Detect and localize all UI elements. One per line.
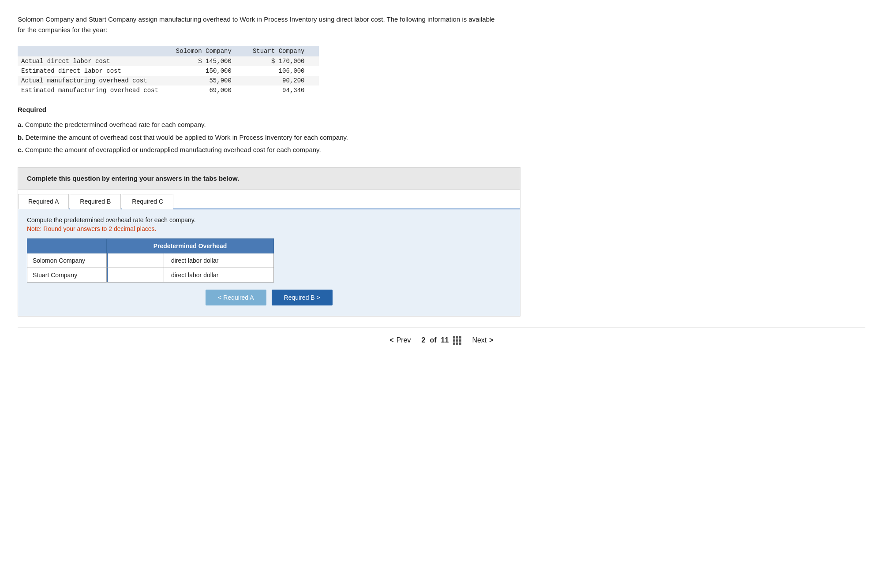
table-stuart-value: 90,200 bbox=[246, 76, 319, 86]
table-stuart-value: 106,000 bbox=[246, 66, 319, 76]
page-current: 2 bbox=[422, 336, 426, 344]
page-indicator: 2 of 11 bbox=[422, 336, 462, 345]
answer-company-name: Stuart Company bbox=[27, 268, 107, 282]
data-table-wrapper: Solomon Company Stuart Company Actual di… bbox=[18, 46, 865, 95]
questions-list: a. Compute the predetermined overhead ra… bbox=[18, 119, 865, 156]
question-a: a. Compute the predetermined overhead ra… bbox=[18, 119, 865, 131]
empty-header bbox=[18, 46, 169, 56]
intro-paragraph: Solomon Company and Stuart Company assig… bbox=[18, 14, 503, 35]
answer-input-0[interactable] bbox=[107, 253, 164, 268]
nav-buttons: < Required A Required B > bbox=[27, 290, 511, 307]
grid-icon[interactable] bbox=[453, 336, 461, 345]
prev-chevron-icon: < bbox=[389, 336, 393, 344]
bottom-nav: < Prev 2 of 11 Next > bbox=[18, 327, 865, 352]
table-row-label: Estimated direct labor cost bbox=[18, 66, 169, 76]
answer-table-row: Stuart Company direct labor dollar bbox=[27, 268, 274, 282]
required-b-nav-button[interactable]: Required B > bbox=[272, 290, 333, 305]
tab-a-content: Compute the predetermined overhead rate … bbox=[18, 209, 520, 316]
table-stuart-value: $ 170,000 bbox=[246, 56, 319, 66]
prev-label: Prev bbox=[397, 336, 411, 344]
next-chevron-icon: > bbox=[489, 336, 493, 344]
next-label: Next bbox=[472, 336, 486, 344]
page-of: of bbox=[430, 336, 437, 344]
answer-company-name: Solomon Company bbox=[27, 253, 107, 268]
complete-box: Complete this question by entering your … bbox=[18, 167, 520, 190]
tab-required-b[interactable]: Required B bbox=[70, 194, 121, 209]
tabs-header: Required A Required B Required C bbox=[18, 190, 520, 209]
question-b: b. Determine the amount of overhead cost… bbox=[18, 131, 865, 144]
required-heading: Required bbox=[18, 106, 865, 113]
tab-required-a[interactable]: Required A bbox=[18, 194, 69, 209]
answer-table-col-header: Predetermined Overhead bbox=[107, 238, 274, 253]
table-row: Estimated manufacturing overhead cost 69… bbox=[18, 86, 319, 95]
col-solomon: Solomon Company bbox=[169, 46, 246, 56]
next-button[interactable]: Next > bbox=[472, 336, 493, 344]
table-row-label: Actual manufacturing overhead cost bbox=[18, 76, 169, 86]
table-solomon-value: $ 145,000 bbox=[169, 56, 246, 66]
tab-required-c[interactable]: Required C bbox=[122, 194, 173, 209]
tab-instruction: Compute the predetermined overhead rate … bbox=[27, 216, 511, 223]
answer-table-row: Solomon Company direct labor dollar bbox=[27, 253, 274, 268]
tab-note: Note: Round your answers to 2 decimal pl… bbox=[27, 225, 511, 232]
answer-table: Predetermined Overhead Solomon Company d… bbox=[27, 238, 274, 283]
table-stuart-value: 94,340 bbox=[246, 86, 319, 95]
table-row: Actual manufacturing overhead cost 55,90… bbox=[18, 76, 319, 86]
tabs-container: Required A Required B Required C Compute… bbox=[18, 190, 520, 316]
table-row: Actual direct labor cost $ 145,000 $ 170… bbox=[18, 56, 319, 66]
table-solomon-value: 69,000 bbox=[169, 86, 246, 95]
answer-table-empty-header bbox=[27, 238, 107, 253]
table-row-label: Estimated manufacturing overhead cost bbox=[18, 86, 169, 95]
answer-unit-label: direct labor dollar bbox=[164, 253, 274, 268]
question-c: c. Compute the amount of overapplied or … bbox=[18, 144, 865, 156]
page-total: 11 bbox=[441, 336, 449, 344]
required-a-nav-button[interactable]: < Required A bbox=[206, 290, 266, 305]
prev-button[interactable]: < Prev bbox=[389, 336, 411, 344]
table-solomon-value: 150,000 bbox=[169, 66, 246, 76]
answer-unit-label: direct labor dollar bbox=[164, 268, 274, 282]
table-row: Estimated direct labor cost 150,000 106,… bbox=[18, 66, 319, 76]
answer-input-1[interactable] bbox=[107, 268, 164, 282]
table-row-label: Actual direct labor cost bbox=[18, 56, 169, 66]
answer-input-cell bbox=[107, 253, 164, 268]
table-solomon-value: 55,900 bbox=[169, 76, 246, 86]
col-stuart: Stuart Company bbox=[246, 46, 319, 56]
data-table: Solomon Company Stuart Company Actual di… bbox=[18, 46, 319, 95]
answer-input-cell bbox=[107, 268, 164, 282]
